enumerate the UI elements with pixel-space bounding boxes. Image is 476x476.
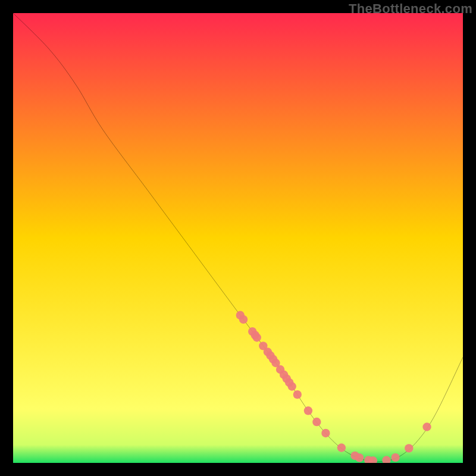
scatter-point <box>293 390 302 399</box>
chart-plot <box>13 13 463 463</box>
scatter-point <box>391 453 399 462</box>
scatter-point <box>288 382 296 390</box>
scatter-point <box>337 443 346 452</box>
scatter-point <box>321 429 330 437</box>
scatter-point <box>405 444 413 452</box>
scatter-point <box>239 315 248 324</box>
scatter-point <box>304 406 312 415</box>
chart-background <box>13 13 463 463</box>
scatter-point <box>422 422 431 431</box>
scatter-point <box>355 453 364 462</box>
chart-container: TheBottleneck.com <box>0 0 476 476</box>
scatter-point <box>312 418 321 426</box>
scatter-point <box>253 333 261 342</box>
